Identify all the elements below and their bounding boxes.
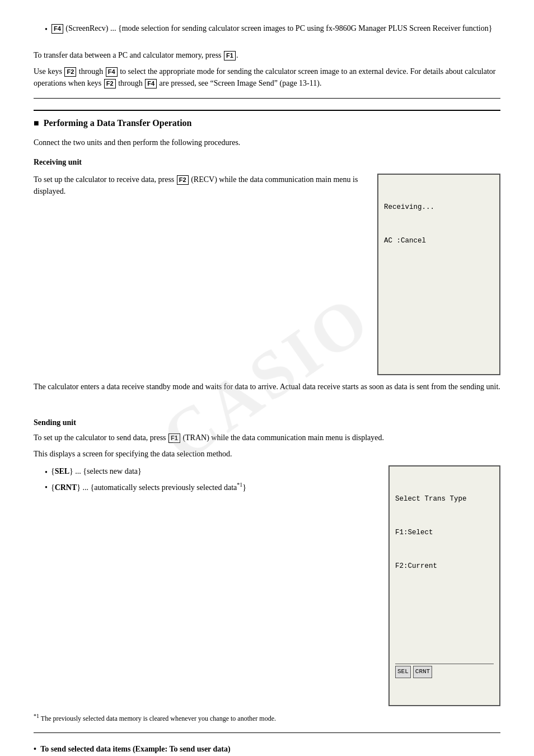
receiving-screen-blank3 [384,336,494,347]
select-trans-bottom-bar: SEL CRNT [395,664,494,678]
receiving-standby-text: The calculator enters a data receive sta… [34,381,500,393]
f1-transfer-key: F1 [224,51,236,60]
section-intro-text: Connect the two units and then perform t… [34,137,500,148]
sel-key-label: SEL [55,467,69,475]
receiving-screen-line1: Receiving... [384,202,494,213]
f4-key3: F4 [145,79,157,88]
use-keys-para: Use keys F2 through F4 to select the app… [34,66,500,89]
footnote: *1 The previously selected data memory i… [34,712,500,724]
crnt-key-label: CRNT [55,483,77,492]
crnt-btn: CRNT [413,666,432,678]
f4-key2: F4 [106,67,118,77]
section-header: Performing a Data Transfer Operation [34,110,500,130]
select-trans-blank2 [395,628,494,639]
transfer-intro-para: To transfer data between a PC and calcul… [34,49,500,61]
f4-key: F4 [51,24,63,34]
receiving-screen-col: Receiving... AC :Cancel [377,174,500,375]
sel-bullet: • {SEL} ... {selects new data} [45,465,372,478]
footnote-sup: *1 [34,713,39,719]
select-trans-screen: Select Trans Type F1:Select F2:Current S… [388,465,500,706]
sending-unit-para2: This displays a screen for specifying th… [34,448,500,460]
sending-unit-para1: To set up the calculator to send data, p… [34,432,500,444]
select-trans-blank1 [395,594,494,605]
select-trans-screen-col: Select Trans Type F1:Select F2:Current S… [388,465,500,706]
receiving-screen-blank1 [384,269,494,280]
receiving-screen: Receiving... AC :Cancel [377,174,500,375]
receiving-unit-para: To set up the calculator to receive data… [34,174,360,197]
f4-bullet-text: F4 (ScreenRecv) ... {mode selection for … [51,22,493,34]
section-divider [34,98,500,99]
bullet-dot: • [45,24,48,35]
f4-bullet: • F4 (ScreenRecv) ... {mode selection fo… [45,22,500,35]
receiving-screen-blank2 [384,302,494,314]
select-trans-line1: F1:Select [395,527,494,538]
receiving-unit-section: To set up the calculator to receive data… [34,174,500,375]
f2-key: F2 [64,67,76,77]
f2-recv-key: F2 [177,175,189,185]
receiving-unit-header: Receiving unit [34,156,500,168]
select-trans-title: Select Trans Type [395,493,494,505]
sending-unit-header: Sending unit [34,417,500,428]
send-selected-title-para: • To send selected data items (Example: … [34,743,500,755]
crnt-bullet: • {CRNT} ... {automatically selects prev… [45,480,372,493]
select-trans-section: • {SEL} ... {selects new data} • {CRNT} … [34,465,500,706]
send-selected-header: To send selected data items [40,745,130,753]
receiving-unit-text-col: To set up the calculator to receive data… [34,174,360,202]
sel-btn: SEL [395,666,411,678]
f1-tran-key: F1 [168,433,180,443]
select-trans-bullets-col: • {SEL} ... {selects new data} • {CRNT} … [34,465,372,496]
send-selected-example: (Example: To send user data) [133,745,231,753]
receiving-screen-line2: AC :Cancel [384,235,494,246]
f2-key2: F2 [104,79,116,88]
select-trans-line2: F2:Current [395,561,494,572]
send-selected-divider [34,732,500,733]
